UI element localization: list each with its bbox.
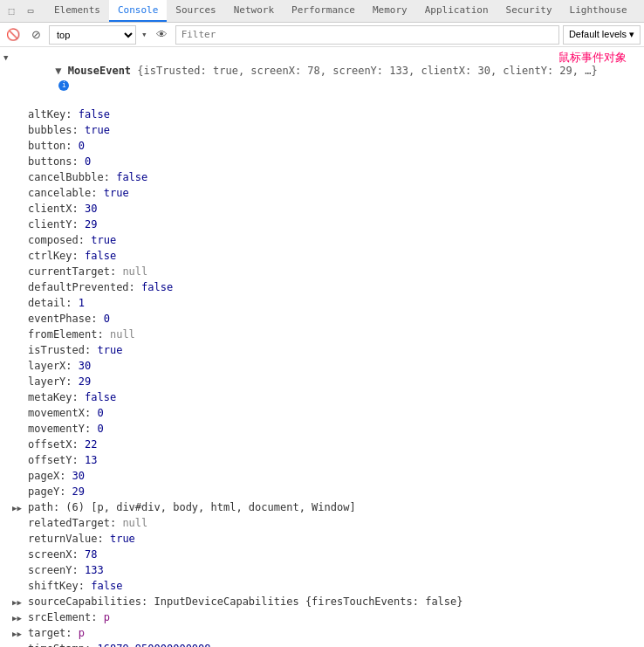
prop-key: cancelBubble — [28, 170, 104, 184]
prop-key: target — [28, 626, 65, 640]
clear-console-button[interactable]: 🚫 — [3, 25, 23, 45]
prop-value: 29 — [79, 375, 91, 389]
prop-value: 30 — [79, 359, 91, 373]
prop-value: 30 — [72, 469, 85, 483]
tab-lighthouse[interactable]: Lighthouse — [561, 0, 636, 22]
prop-value: null — [122, 516, 147, 530]
prop-key: cancelable — [28, 186, 91, 200]
prop-key: detail — [28, 296, 65, 310]
tab-application[interactable]: Application — [416, 0, 497, 22]
prop-value: false — [85, 249, 116, 263]
tab-console[interactable]: Console — [109, 0, 167, 22]
list-item: clientY: 29 — [0, 217, 644, 232]
prop-key: shiftKey — [28, 579, 79, 593]
event-header-text: ▼ MouseEvent {isTrusted: true, screenX: … — [17, 50, 598, 106]
prop-value: true — [104, 186, 129, 200]
list-item: movementY: 0 — [0, 421, 644, 437]
prop-key: fromElement — [28, 327, 97, 341]
prop-expand-toggle[interactable]: ▶ — [12, 611, 22, 625]
mouse-event-header[interactable]: ▼ MouseEvent {isTrusted: true, screenX: … — [0, 49, 644, 107]
prop-value: false — [85, 390, 116, 404]
prop-expand-toggle[interactable]: ▶ — [12, 501, 22, 515]
prop-key: screenY — [28, 563, 72, 577]
tab-memory[interactable]: Memory — [364, 0, 416, 22]
prop-key: relatedTarget — [28, 516, 110, 530]
list-item: currentTarget: null — [0, 264, 644, 279]
prop-expand-toggle[interactable]: ▶ — [12, 595, 22, 609]
prop-key: layerY — [28, 375, 65, 389]
list-item: relatedTarget: null — [0, 515, 644, 531]
list-item: timeStamp: 16879.950000000008 — [0, 641, 644, 647]
prop-key: offsetX — [28, 437, 72, 451]
prop-key: movementX — [28, 406, 85, 420]
info-icon[interactable]: i — [58, 80, 69, 91]
prop-key: offsetY — [28, 453, 72, 467]
prop-expand-toggle[interactable]: ▶ — [12, 627, 22, 641]
prop-value: 29 — [72, 485, 85, 499]
prop-key: button — [28, 139, 65, 153]
prop-key: clientY — [28, 217, 72, 231]
prop-value: false — [91, 579, 122, 593]
prop-value: (6) [p, div#div, body, html, document, W… — [65, 500, 355, 514]
prop-value: null — [122, 265, 147, 279]
tab-bar: ⬚ ▭ Elements Console Sources Network Per… — [0, 0, 644, 23]
list-item: metaKey: false — [0, 389, 644, 405]
prop-key: ctrlKey — [28, 249, 72, 263]
list-item[interactable]: ▶path: (6) [p, div#div, body, html, docu… — [0, 499, 644, 515]
prop-value: 133 — [85, 563, 104, 577]
list-item: cancelBubble: false — [0, 169, 644, 185]
list-item: altKey: false — [0, 107, 644, 122]
prop-key: buttons — [28, 155, 72, 169]
list-item: layerY: 29 — [0, 374, 644, 389]
console-output: ▼ MouseEvent {isTrusted: true, screenX: … — [0, 47, 644, 647]
prop-value: p — [79, 626, 85, 640]
prop-value: true — [85, 123, 110, 137]
prop-value: 29 — [85, 217, 97, 231]
prop-value: 0 — [85, 155, 91, 169]
filter-input[interactable] — [175, 25, 559, 45]
filter-toggle-button[interactable]: ⊘ — [26, 25, 45, 45]
prop-value: null — [110, 327, 135, 341]
prop-value: 0 — [97, 422, 103, 436]
list-item: buttons: 0 — [0, 154, 644, 169]
log-levels-button[interactable]: Default levels ▾ — [563, 25, 641, 45]
expand-toggle[interactable] — [3, 51, 8, 65]
list-item: pageY: 29 — [0, 484, 644, 499]
list-item[interactable]: ▶target: p — [0, 625, 644, 641]
list-item: button: 0 — [0, 138, 644, 154]
tab-performance[interactable]: Performance — [283, 0, 364, 22]
prop-key: sourceCapabilities — [28, 595, 141, 609]
tab-security[interactable]: Security — [497, 0, 561, 22]
prop-value: 0 — [97, 406, 103, 420]
list-item: bubbles: true — [0, 122, 644, 138]
list-item[interactable]: ▶srcElement: p — [0, 609, 644, 625]
list-item: pageX: 30 — [0, 468, 644, 484]
tab-elements[interactable]: Elements — [45, 0, 109, 22]
list-item: offsetX: 22 — [0, 437, 644, 452]
prop-value: p — [104, 610, 110, 624]
prop-key: pageY — [28, 485, 59, 499]
prop-value: true — [110, 532, 135, 546]
prop-key: eventPhase — [28, 312, 91, 326]
list-item[interactable]: ▶sourceCapabilities: InputDeviceCapabili… — [0, 594, 644, 609]
list-item: defaultPrevented: false — [0, 279, 644, 295]
device-icon[interactable]: ▭ — [23, 3, 38, 19]
list-item: cancelable: true — [0, 185, 644, 201]
list-item: clientX: 30 — [0, 201, 644, 217]
prop-value: 0 — [104, 312, 110, 326]
list-item: detail: 1 — [0, 295, 644, 311]
list-item: screenY: 133 — [0, 562, 644, 578]
prop-value: false — [79, 107, 110, 121]
prop-key: screenX — [28, 547, 72, 561]
prop-value: 78 — [85, 547, 97, 561]
eye-button[interactable]: 👁 — [153, 25, 172, 45]
inspect-icon[interactable]: ⬚ — [3, 3, 19, 19]
tab-network[interactable]: Network — [225, 0, 283, 22]
prop-key: pageX — [28, 469, 59, 483]
context-select[interactable]: top — [49, 25, 136, 45]
tab-sources[interactable]: Sources — [167, 0, 224, 22]
prop-key: layerX — [28, 359, 65, 373]
prop-key: altKey — [28, 107, 65, 121]
list-item: eventPhase: 0 — [0, 311, 644, 327]
prop-key: timeStamp — [28, 642, 85, 647]
